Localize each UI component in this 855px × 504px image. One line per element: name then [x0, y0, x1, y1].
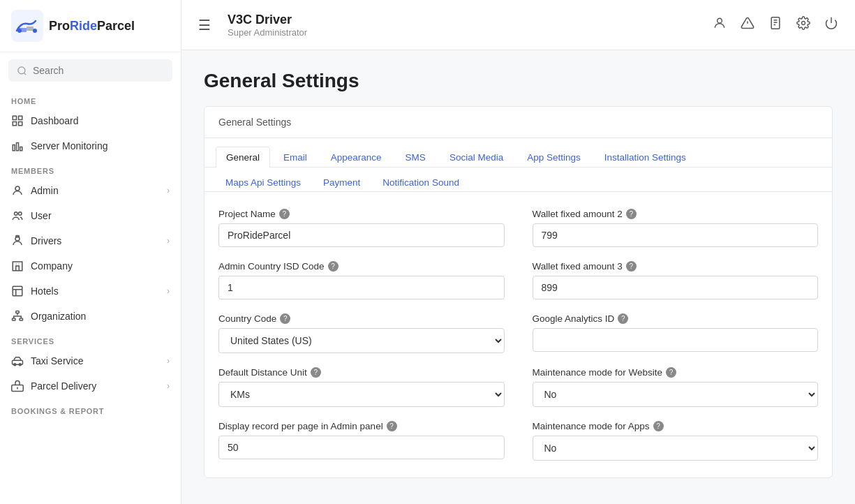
settings-card: General Settings General Email Appearanc… — [204, 106, 833, 478]
help-icon-display-record[interactable]: ? — [387, 421, 397, 431]
menu-toggle-button[interactable]: ☰ — [198, 17, 211, 34]
sidebar-item-company[interactable]: Company — [0, 253, 181, 279]
help-icon-google-analytics[interactable]: ? — [618, 313, 628, 324]
select-country-code[interactable]: United States (US) United Kingdom (UK) I… — [218, 328, 505, 353]
sidebar-label-server-monitoring: Server Monitoring — [31, 140, 170, 151]
tabs-row1: General Email Appearance SMS Social Medi… — [205, 138, 832, 168]
label-wallet-fixed-2: Wallet fixed amount 2 ? — [533, 209, 819, 219]
help-icon-wallet-3[interactable]: ? — [626, 261, 637, 272]
tab-payment[interactable]: Payment — [313, 173, 370, 192]
parcel-icon — [11, 380, 24, 392]
tab-sms[interactable]: SMS — [395, 147, 436, 168]
svg-point-5 — [18, 66, 25, 73]
sidebar-label-dashboard: Dashboard — [31, 115, 170, 126]
input-wallet-fixed-3[interactable] — [533, 276, 819, 299]
field-maintenance-apps: Maintenance mode for Apps ? No Yes — [533, 421, 819, 461]
sidebar-label-user: User — [31, 210, 170, 221]
input-google-analytics[interactable] — [533, 328, 819, 352]
document-icon[interactable] — [768, 16, 782, 34]
sidebar-item-taxi-service[interactable]: Taxi Service › — [0, 348, 181, 373]
alert-icon[interactable] — [741, 16, 754, 34]
tab-social-media[interactable]: Social Media — [439, 147, 514, 168]
sidebar-item-admin[interactable]: Admin › — [0, 178, 181, 203]
input-display-record[interactable] — [218, 436, 505, 459]
bar-chart-icon — [11, 140, 24, 152]
svg-rect-21 — [13, 318, 16, 320]
tab-email[interactable]: Email — [273, 147, 318, 168]
help-icon-maintenance-apps[interactable]: ? — [653, 421, 664, 431]
content-area: General Settings General Settings Genera… — [181, 50, 855, 504]
grid-icon — [11, 114, 24, 127]
hotel-icon — [11, 285, 24, 297]
help-icon-country-code[interactable]: ? — [280, 313, 290, 324]
header-icons — [713, 16, 838, 34]
tab-general[interactable]: General — [216, 147, 270, 168]
label-project-name: Project Name ? — [218, 209, 505, 219]
tab-app-settings[interactable]: App Settings — [516, 147, 591, 168]
input-project-name[interactable] — [218, 223, 505, 247]
sidebar-label-hotels: Hotels — [31, 286, 160, 297]
field-wallet-fixed-3: Wallet fixed amount 3 ? — [533, 261, 819, 299]
sidebar-label-organization: Organization — [31, 311, 170, 322]
svg-point-27 — [718, 18, 722, 23]
svg-rect-3 — [27, 27, 34, 31]
help-icon-maintenance-website[interactable]: ? — [666, 367, 676, 378]
settings-form: Project Name ? Wallet fixed amount 2 ? — [205, 192, 832, 477]
input-wallet-fixed-2[interactable] — [533, 223, 819, 247]
sidebar-item-hotels[interactable]: Hotels › — [0, 279, 181, 304]
tab-appearance[interactable]: Appearance — [320, 147, 392, 168]
chevron-icon-taxi: › — [167, 356, 170, 366]
label-maintenance-website: Maintenance mode for Website ? — [533, 367, 819, 378]
nav-section-members: MEMBERS — [0, 158, 181, 178]
logo-icon — [11, 10, 43, 42]
svg-rect-30 — [771, 17, 780, 29]
sidebar-item-dashboard[interactable]: Dashboard — [0, 108, 181, 133]
sidebar-item-user[interactable]: User — [0, 203, 181, 228]
select-maintenance-apps[interactable]: No Yes — [533, 436, 819, 461]
settings-icon[interactable] — [796, 16, 810, 34]
svg-rect-10 — [13, 145, 15, 151]
search-icon — [17, 66, 27, 76]
select-distance-unit[interactable]: KMs Miles — [218, 382, 505, 407]
tab-installation-settings[interactable]: Installation Settings — [594, 147, 697, 168]
user-icon[interactable] — [713, 16, 727, 34]
label-google-analytics: Google Analytics ID ? — [533, 313, 819, 324]
sidebar-label-taxi-service: Taxi Service — [31, 355, 160, 366]
field-maintenance-website: Maintenance mode for Website ? No Yes — [533, 367, 819, 407]
svg-rect-8 — [13, 122, 16, 126]
power-icon[interactable] — [824, 16, 838, 34]
person-badge-icon — [11, 235, 24, 247]
help-icon-project-name[interactable]: ? — [279, 209, 290, 219]
field-distance-unit: Default Distance Unit ? KMs Miles — [218, 367, 505, 407]
sidebar-item-drivers[interactable]: Drivers › — [0, 228, 181, 253]
nav-section-home: HOME — [0, 89, 181, 108]
header: ☰ V3C Driver Super Administrator — [181, 0, 855, 50]
chevron-icon-parcel: › — [167, 381, 170, 391]
sidebar-label-admin: Admin — [31, 185, 160, 196]
person-icon — [11, 184, 24, 197]
search-box[interactable] — [8, 59, 172, 82]
app-name: V3C Driver — [228, 13, 701, 27]
field-wallet-fixed-2: Wallet fixed amount 2 ? — [533, 209, 819, 247]
sidebar-item-parcel-delivery[interactable]: Parcel Delivery › — [0, 373, 181, 399]
svg-rect-20 — [16, 311, 20, 313]
svg-point-13 — [15, 186, 20, 191]
help-icon-wallet-2[interactable]: ? — [626, 209, 637, 219]
sidebar-item-server-monitoring[interactable]: Server Monitoring — [0, 133, 181, 158]
org-icon — [11, 310, 24, 323]
svg-rect-22 — [20, 318, 23, 320]
svg-point-15 — [19, 212, 22, 216]
nav-section-services: SERVICES — [0, 329, 181, 348]
help-icon-admin-isd[interactable]: ? — [328, 261, 339, 272]
svg-rect-12 — [20, 147, 22, 151]
search-input[interactable] — [33, 65, 164, 76]
sidebar-item-organization[interactable]: Organization — [0, 304, 181, 329]
field-project-name: Project Name ? — [218, 209, 505, 247]
help-icon-distance-unit[interactable]: ? — [311, 367, 321, 378]
input-admin-isd[interactable] — [218, 276, 505, 299]
tab-maps-api[interactable]: Maps Api Settings — [216, 173, 311, 192]
select-maintenance-website[interactable]: No Yes — [533, 382, 819, 407]
tab-notification-sound[interactable]: Notification Sound — [373, 173, 469, 192]
header-title-block: V3C Driver Super Administrator — [228, 13, 701, 38]
tabs-row2: Maps Api Settings Payment Notification S… — [205, 168, 832, 192]
